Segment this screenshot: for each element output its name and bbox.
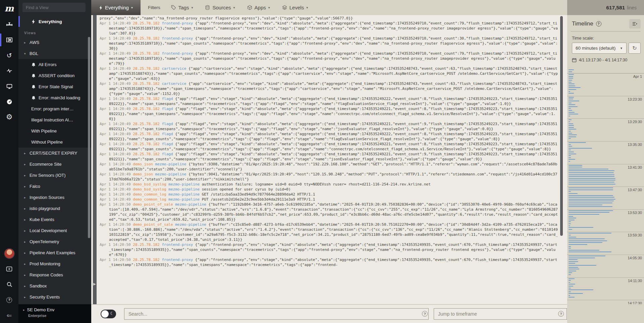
sidebar-view-item[interactable]: ▸CERT/SECRET EXPIRY [18, 148, 91, 159]
sidebar-view-item[interactable]: ASSERT condition [18, 70, 91, 81]
sidebar-view-item[interactable]: ▸Pipeline Alert Examples [18, 247, 91, 258]
dark-mode-toggle[interactable]: ☾ [101, 310, 116, 318]
timeline-histogram[interactable]: Apr 113:23:3013:29:3013:35:3013:41:3013:… [567, 69, 644, 304]
log-line[interactable]: Apr 1 14:20:50 28.25.78.182 frontend-pro… [100, 242, 558, 257]
log-line[interactable]: Apr 1 14:20:49 28.25.78.182 flagd {"app"… [100, 131, 558, 142]
log-line[interactable]: Apr 1 14:20:49 demo_common_log mezmo-pip… [100, 192, 558, 197]
sidebar-view-item[interactable]: ▸istio playground [18, 203, 91, 214]
sidebar-view-item[interactable]: ▸Response Codes [18, 269, 91, 280]
sources-menu[interactable]: Sources ▾ [199, 0, 241, 15]
jump-to-timeframe-input[interactable] [434, 309, 558, 319]
pipeline-icon[interactable] [0, 17, 18, 32]
sidebar-view-item[interactable]: ▸AWS [18, 37, 91, 48]
settings-icon[interactable]: ⚙ [0, 109, 18, 125]
chevron-right-icon[interactable]: ▸ [24, 41, 27, 44]
apps-menu[interactable]: Apps ▾ [241, 0, 276, 15]
log-line[interactable]: Apr 1 14:20:49 demo_json mezmo-pipeline … [100, 172, 558, 182]
sidebar-view-item[interactable]: ▸Security Events [18, 291, 91, 303]
log-line[interactable]: Apr 1 14:20:49 28.25.78.182 flagd {"app"… [100, 106, 558, 121]
history-icon[interactable]: ↺ [0, 48, 18, 63]
sidebar-view-item[interactable]: ▸Sandbox [18, 280, 91, 291]
log-line[interactable]: Apr 1 14:20:49 28.25.78.182 frontend-pro… [100, 36, 558, 51]
chevron-right-icon[interactable]: ▸ [24, 284, 27, 288]
mezmo-logo[interactable]: m [0, 0, 18, 17]
chevron-right-icon[interactable]: ▸ [24, 251, 27, 255]
search-help-icon[interactable]: ? [422, 311, 428, 317]
log-line[interactable]: Apr 1 14:20:50 demo_point_of_sale mezmo-… [100, 222, 558, 242]
sidebar-view-item[interactable]: Error: program inter… [18, 103, 91, 114]
levels-menu[interactable]: Levels ▾ [276, 0, 314, 15]
chevron-right-icon[interactable]: ▸ [24, 295, 27, 299]
log-line[interactable]: Apr 1 14:20:49 28.25.78.182 cartservice … [100, 66, 558, 81]
histogram-bar [569, 89, 576, 90]
sidebar-view-item[interactable]: ▸Local Development [18, 225, 91, 236]
log-right-scrollbar[interactable] [560, 16, 563, 236]
sidebar-item-everything[interactable]: Everything [18, 15, 91, 28]
sidebar-view-item[interactable]: ▸Kube Events [18, 214, 91, 225]
timeline-help-icon[interactable]: ? [596, 21, 601, 26]
timeframe-help-icon[interactable]: ? [558, 311, 564, 317]
expand-sidebar-handle[interactable]: ▶ [93, 282, 96, 286]
log-line[interactable]: Apr 1 14:20:49 28.25.78.182 flagd {"app"… [100, 121, 558, 131]
sidebar-view-item[interactable]: All Errors [18, 59, 91, 70]
log-line[interactable]: Apr 1 14:20:49 28.25.78.182 cartservice … [100, 81, 558, 96]
log-line[interactable]: Apr 1 14:20:49 28.25.78.182 frontend-pro… [100, 51, 558, 66]
find-view-input[interactable] [22, 3, 86, 12]
chevron-right-icon[interactable]: ▸ [24, 240, 27, 244]
log-line[interactable]: proxy","env":"dev","name":"na_frontend-p… [100, 16, 558, 21]
chevron-right-icon[interactable]: ▸ [24, 273, 27, 277]
chevron-right-icon[interactable]: ▸ [24, 163, 27, 166]
sidebar-view-item[interactable]: ▸Ecommerce Site [18, 159, 91, 170]
log-line[interactable]: Apr 1 14:20:49 demo_bsd_syslog mezmo-pip… [100, 182, 558, 187]
sidebar-view-item[interactable]: ▸OpenTelemetry [18, 236, 91, 247]
log-line[interactable]: Apr 1 14:20:49 demo_bsd_syslog mezmo-pip… [100, 187, 558, 192]
sidebar-view-item[interactable]: Illegal Instruction Al… [18, 114, 91, 125]
chevron-right-icon[interactable]: ▸ [24, 229, 27, 232]
help-icon[interactable]: ? [0, 292, 18, 308]
sidebar-view-item[interactable]: With Pipeline [18, 125, 91, 137]
chevron-right-icon[interactable]: ▸ [24, 152, 27, 155]
sidebar-view-item[interactable]: ▸Env Sensors (IOT) [18, 170, 91, 181]
tags-menu[interactable]: Tags ▾ [165, 0, 199, 15]
collapse-sidebar-icon[interactable]: ⇐ [0, 308, 18, 323]
sidebar-view-item[interactable]: ▾BGL [18, 48, 91, 59]
log-line[interactable]: Apr 1 14:20:49 28.25.78.182 flagd {"app"… [100, 142, 558, 152]
search-input[interactable] [124, 308, 429, 320]
log-line[interactable]: Apr 1 14:20:49 demo_json mezmo-pipeline … [100, 162, 558, 172]
screens-icon[interactable] [0, 78, 18, 94]
chevron-right-icon[interactable]: ▸ [24, 196, 27, 199]
log-line[interactable]: Apr 1 14:20:50 demo_point_of_sale mezmo-… [100, 202, 558, 222]
avatar[interactable] [0, 246, 18, 261]
log-timestamp: Apr 1 14:20:49 [100, 82, 131, 86]
view-tab-everything[interactable]: Everything ▾ [91, 0, 141, 15]
pulse-icon[interactable] [0, 63, 18, 78]
log-line[interactable]: Apr 1 14:20:49 28.25.78.182 frontend-pro… [100, 21, 558, 36]
time-scale-select[interactable]: 60 minutes (default) ▼ [572, 43, 627, 54]
chevron-right-icon[interactable]: ▸ [24, 185, 27, 188]
add-screen-icon[interactable] [0, 261, 18, 277]
chevron-right-icon[interactable]: ▸ [24, 262, 27, 266]
sidebar-view-item[interactable]: ▸Falco [18, 181, 91, 192]
sidebar-view-item[interactable]: Error: main3d loading [18, 92, 91, 103]
sidebar-view-item[interactable]: ▸Prod Monitoring [18, 258, 91, 269]
chevron-down-icon[interactable]: ▾ [24, 52, 27, 55]
usage-icon[interactable] [0, 94, 18, 109]
chevron-right-icon[interactable]: ▸ [24, 218, 27, 221]
views-scrollbar[interactable] [88, 37, 90, 238]
chevron-right-icon[interactable]: ▸ [24, 207, 27, 210]
sidebar-view-item[interactable]: Without Pipeline [18, 137, 91, 148]
refresh-button[interactable]: ↻ [629, 43, 641, 54]
log-line[interactable]: Apr 1 14:20:50 28.25.78.182 frontend-pro… [100, 257, 558, 267]
log-viewer-icon[interactable] [0, 32, 18, 48]
sidebar-view-item[interactable]: Error State Signal [18, 81, 91, 92]
log-line[interactable]: Apr 1 14:20:49 28.25.78.182 flagd {"app"… [100, 96, 558, 106]
chevron-right-icon[interactable]: ▸ [24, 174, 27, 177]
timeline-collapse-button[interactable] [629, 19, 641, 29]
org-view-toggle[interactable]: ▸ SE Demo Env [23, 307, 91, 312]
search-icon[interactable] [0, 277, 18, 292]
sidebar-view-item[interactable]: ▸Ingestion Sources [18, 192, 91, 203]
log-left-scrollbar[interactable]: ▶ [93, 15, 97, 304]
log-line[interactable]: Apr 1 14:20:49 demo_common_log mezmo-pip… [100, 197, 558, 202]
log-line[interactable]: Apr 1 14:20:49 28.25.78.182 flagd {"app"… [100, 152, 558, 162]
filters-button[interactable]: Filters [141, 0, 165, 15]
